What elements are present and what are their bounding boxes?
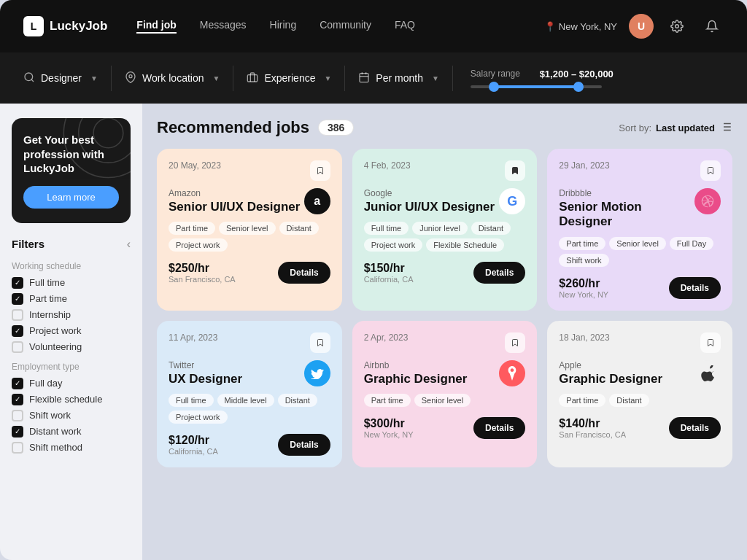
nav-community[interactable]: Community (320, 19, 371, 34)
filter-distant-work-checkbox[interactable] (12, 426, 23, 438)
salary-range-value: $1,200 – $20,000 (540, 69, 614, 79)
bookmark-button-4[interactable] (310, 332, 330, 353)
card-top-4: 11 Apr, 2023 (169, 332, 330, 353)
navbar: L LuckyJob Find job Messages Hiring Comm… (0, 0, 747, 52)
bookmark-button-5[interactable] (505, 332, 525, 353)
salary-info-1: $250/hr San Francisco, CA (169, 262, 236, 284)
slider-thumb-max[interactable] (573, 82, 584, 92)
company-logo-2: G (499, 188, 525, 214)
filter-part-time[interactable]: Part time (12, 293, 131, 305)
nav-messages[interactable]: Messages (200, 19, 247, 34)
card-title-4: UX Designer (169, 372, 242, 386)
filter-project-work-checkbox[interactable] (12, 325, 23, 337)
filter-full-day[interactable]: Full day (12, 378, 131, 389)
filter-full-day-checkbox[interactable] (12, 378, 23, 389)
sort-label: Sort by: (619, 122, 651, 133)
working-schedule-label: Working schedule (12, 261, 131, 271)
filters-collapse-button[interactable]: ‹ (127, 238, 131, 251)
filter-distant-work[interactable]: Distant work (12, 426, 131, 438)
tag-6-0: Part time (559, 394, 605, 407)
search-filter[interactable]: Designer ▼ (23, 66, 112, 91)
notification-button[interactable] (700, 15, 724, 38)
filter-flexible-schedule-checkbox[interactable] (12, 394, 23, 405)
tags-row-3: Part time Senior level Full Day Shift wo… (559, 237, 721, 267)
card-date-6: 18 Jan, 2023 (559, 332, 609, 343)
filter-volunteering[interactable]: Volunteering (12, 341, 131, 353)
bookmark-button-3[interactable] (700, 160, 721, 181)
location-text: New York, NY (559, 21, 617, 32)
details-button-1[interactable]: Details (278, 262, 330, 284)
filter-shift-method-checkbox[interactable] (12, 442, 23, 454)
bookmark-button-2[interactable] (505, 160, 525, 181)
tag-1-2: Distant (279, 222, 319, 235)
tag-3-2: Full Day (670, 237, 713, 250)
location-filter[interactable]: Work location ▼ (112, 66, 233, 91)
nav-find-job[interactable]: Find job (136, 19, 176, 34)
card-top-1: 20 May, 2023 (169, 160, 330, 181)
avatar[interactable]: U (629, 14, 654, 39)
settings-button[interactable] (665, 15, 689, 38)
promo-learn-more-button[interactable]: Learn more (23, 186, 119, 209)
salary-slider[interactable] (471, 85, 602, 88)
job-card-3: 29 Jan, 2023 Dribbble Senior Motion Desi… (547, 149, 732, 311)
tag-2-2: Distant (471, 222, 511, 235)
card-top-5: 2 Apr, 2023 (364, 332, 526, 353)
logo-text: LuckyJob (50, 19, 107, 34)
filter-full-time[interactable]: Full time (12, 277, 131, 289)
bookmark-button-1[interactable] (310, 160, 330, 181)
nav-faq[interactable]: FAQ (395, 19, 415, 34)
salary-amount-2: $150/hr (364, 262, 414, 275)
salary-type-filter[interactable]: Per month ▼ (345, 66, 453, 91)
experience-filter-icon (247, 71, 258, 85)
sort-icon-button[interactable] (719, 120, 732, 136)
location-filter-label: Work location (142, 72, 204, 84)
nav-right: 📍 New York, NY U (544, 14, 724, 39)
salary-location-6: San Francisco, CA (559, 430, 626, 439)
card-company-row-4: Twitter UX Designer (169, 360, 330, 386)
logo-icon: L (23, 16, 44, 36)
card-company-6: Apple (559, 360, 662, 370)
sort-value[interactable]: Last updated (656, 122, 715, 133)
filter-shift-method[interactable]: Shift method (12, 442, 131, 454)
card-title-3: Senior Motion Designer (559, 200, 694, 230)
filter-internship[interactable]: Internship (12, 309, 131, 321)
filter-project-work[interactable]: Project work (12, 325, 131, 337)
tag-1-3: Project work (169, 238, 228, 252)
tags-row-2: Full time Junior level Distant Project w… (364, 222, 526, 252)
listings-header: Recommended jobs 386 Sort by: Last updat… (157, 118, 732, 137)
experience-filter[interactable]: Experience ▼ (233, 66, 345, 91)
listings-title-wrap: Recommended jobs 386 (157, 118, 354, 137)
location-pin-icon: 📍 (544, 21, 556, 32)
card-company-4: Twitter (169, 360, 242, 370)
filter-shift-work-label: Shift work (29, 410, 71, 421)
details-button-5[interactable]: Details (473, 417, 525, 439)
details-button-4[interactable]: Details (278, 434, 330, 456)
nav-hiring[interactable]: Hiring (270, 19, 297, 34)
svg-rect-4 (360, 73, 368, 82)
filter-volunteering-label: Volunteering (29, 341, 82, 352)
filter-flexible-schedule[interactable]: Flexible schedule (12, 394, 131, 405)
company-logo-3 (694, 188, 721, 214)
filter-volunteering-checkbox[interactable] (12, 341, 23, 353)
bookmark-button-6[interactable] (700, 332, 721, 353)
logo[interactable]: L LuckyJob (23, 16, 107, 36)
company-logo-6 (694, 360, 721, 386)
filter-part-time-checkbox[interactable] (12, 293, 23, 305)
filter-full-time-checkbox[interactable] (12, 277, 23, 289)
tag-1-1: Senior level (219, 222, 275, 235)
filter-shift-work[interactable]: Shift work (12, 410, 131, 421)
tag-4-2: Distant (278, 394, 317, 407)
slider-fill (490, 85, 582, 88)
card-company-5: Airbnb (364, 360, 468, 370)
filter-shift-work-checkbox[interactable] (12, 410, 23, 421)
card-date-4: 11 Apr, 2023 (169, 332, 217, 343)
card-company-row-1: Amazon Senior UI/UX Designer a (169, 188, 330, 214)
slider-thumb-min[interactable] (489, 82, 499, 92)
details-button-6[interactable]: Details (669, 417, 721, 439)
details-button-2[interactable]: Details (473, 262, 525, 284)
tags-row-5: Part time Senior level (364, 394, 526, 407)
location-tag[interactable]: 📍 New York, NY (544, 21, 617, 32)
filter-internship-checkbox[interactable] (12, 309, 23, 321)
details-button-3[interactable]: Details (669, 277, 721, 299)
filters-title: Filters (12, 238, 44, 250)
